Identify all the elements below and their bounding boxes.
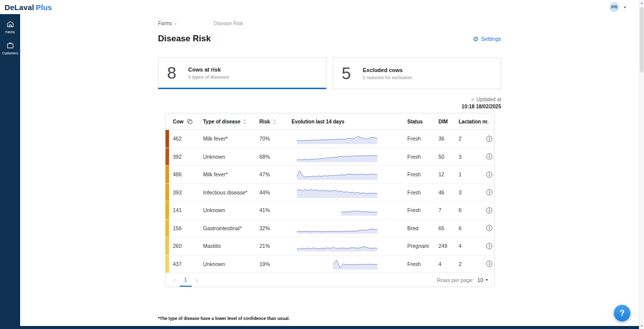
risk-value: 68% (258, 154, 290, 160)
help-button[interactable]: ? (614, 305, 630, 321)
severity-bar (166, 166, 169, 183)
sort-icon[interactable] (243, 119, 247, 124)
table-row[interactable]: 462Milk fever*70%Fresh362 (166, 130, 494, 148)
info-icon[interactable] (486, 207, 493, 214)
rows-per-page-select[interactable]: 10 ▾ (477, 277, 488, 283)
lactation-value: 4 (457, 243, 485, 249)
col-risk[interactable]: Risk (258, 119, 290, 124)
cow-id: 260 (169, 243, 201, 249)
updated-label: Updated at (476, 97, 501, 102)
col-type-of-disease[interactable]: Type of disease (201, 119, 258, 124)
table-row[interactable]: 141Unknown41%Fresh76 (166, 202, 494, 220)
scroll-up-icon[interactable]: ▲ (639, 2, 644, 5)
table-row[interactable]: 437Unknown19%Fresh42 (166, 255, 494, 274)
lactation-value: 6 (457, 207, 485, 213)
table-row[interactable]: 393Infectious disease*44%Fresh463 (166, 184, 494, 202)
page-number[interactable]: 1 (180, 273, 192, 287)
dim-value: 12 (437, 171, 457, 177)
gear-icon: ⚙ (473, 36, 479, 42)
footnote: *The type of disease have a lower level … (158, 316, 501, 321)
dim-value: 50 (437, 154, 457, 160)
scroll-down-icon[interactable]: ▼ (639, 324, 644, 327)
table-row[interactable]: 486Milk fever*47%Fresh121 (166, 166, 494, 184)
cow-id: 486 (169, 171, 201, 177)
card-sublabel: 2 reasons for exclusion (363, 75, 412, 80)
next-page-button[interactable]: › (192, 276, 202, 284)
col-label: Status (408, 119, 423, 124)
dim-value: 46 (437, 189, 457, 195)
info-icon[interactable] (486, 136, 493, 142)
col-label: Risk (260, 119, 270, 124)
farms-icon (7, 20, 14, 29)
disease-type: Milk fever* (201, 171, 258, 177)
severity-column-spacer (166, 113, 169, 129)
disease-type: Infectious disease* (201, 189, 258, 195)
info-icon[interactable] (486, 260, 493, 267)
cow-id: 141 (169, 207, 201, 213)
sidebar-item-farms[interactable]: Farms (0, 19, 20, 35)
severity-bar (166, 202, 169, 219)
table-body: 462Milk fever*70%Fresh362392Unknown68%Fr… (166, 130, 494, 273)
updated-at: ✓Updated at 10:18 18/02/2025 (158, 97, 501, 109)
copy-icon[interactable] (187, 119, 193, 124)
check-icon: ✓ (471, 97, 475, 102)
disease-type: Mastitis (201, 243, 258, 249)
info-icon[interactable] (486, 243, 493, 249)
col-lactation: Lactation nr. (457, 119, 485, 124)
status-value: Pregnant (406, 243, 437, 249)
sort-icon[interactable] (273, 119, 276, 124)
bottom-strip (0, 326, 639, 329)
table-row[interactable]: 392Unknown68%Fresh503 (166, 148, 494, 166)
top-bar: DeLavalPlus PR ▾ (0, 0, 639, 14)
avatar[interactable]: PR (609, 2, 619, 12)
breadcrumb-farms[interactable]: Farms (158, 21, 172, 26)
table-row[interactable]: 156Gastrointestinal*32%Bred656 (166, 220, 494, 238)
col-label: Evolution last 14 days (292, 119, 345, 124)
card-cows-at-risk[interactable]: 8 Cows at risk 5 types of diseases (158, 57, 327, 89)
pagination: ‹ 1 › Rows per page: 10 ▾ (166, 273, 494, 287)
evolution-sparkline (290, 204, 406, 216)
settings-button[interactable]: ⚙ Settings (473, 36, 501, 42)
table-header: Cow Type of disease Risk (166, 113, 494, 130)
app-logo[interactable]: DeLavalPlus (5, 3, 52, 12)
evolution-sparkline (290, 168, 406, 180)
card-value: 5 (342, 64, 363, 83)
card-excluded-cows[interactable]: 5 Excluded cows 2 reasons for exclusion (333, 57, 501, 89)
severity-bar (166, 220, 169, 237)
col-label: Lactation nr. (459, 119, 489, 124)
help-label: ? (620, 309, 625, 318)
cow-id: 392 (169, 154, 201, 160)
cow-id: 393 (169, 189, 201, 195)
card-value: 8 (167, 63, 188, 83)
chevron-right-icon: › (175, 21, 176, 26)
lactation-value: 2 (457, 261, 485, 267)
disease-type: Milk fever* (201, 136, 258, 142)
disease-type: Gastrointestinal* (201, 225, 258, 231)
chevron-down-icon[interactable]: ▾ (624, 5, 626, 10)
sidebar-item-customers[interactable]: Customers (0, 40, 20, 56)
risk-value: 70% (258, 136, 290, 142)
scrollbar-thumb[interactable] (640, 7, 643, 73)
info-icon[interactable] (486, 225, 493, 231)
card-label: Cows at risk (188, 67, 229, 73)
severity-bar (166, 148, 169, 166)
customers-icon (7, 41, 14, 50)
info-icon[interactable] (486, 189, 493, 195)
severity-bar (166, 237, 169, 255)
card-sublabel: 5 types of diseases (188, 74, 229, 80)
table-row[interactable]: 260Mastitis21%Pregnant2494 (166, 237, 494, 255)
info-icon[interactable] (486, 153, 493, 160)
prev-page-button[interactable]: ‹ (170, 276, 180, 284)
dim-value: 7 (437, 207, 457, 213)
card-label: Excluded cows (363, 67, 412, 73)
col-label: Type of disease (203, 119, 240, 124)
disease-type: Unknown (201, 207, 258, 213)
status-value: Fresh (406, 189, 437, 195)
severity-bar (166, 130, 169, 148)
rows-per-page-value: 10 (477, 277, 484, 283)
scrollbar[interactable]: ▲ ▼ (639, 0, 644, 329)
risk-value: 19% (258, 261, 290, 267)
main-area: Farms › Disease Risk Disease Risk ⚙ Sett… (20, 14, 639, 326)
user-menu[interactable]: PR ▾ (609, 2, 626, 12)
info-icon[interactable] (486, 171, 493, 178)
